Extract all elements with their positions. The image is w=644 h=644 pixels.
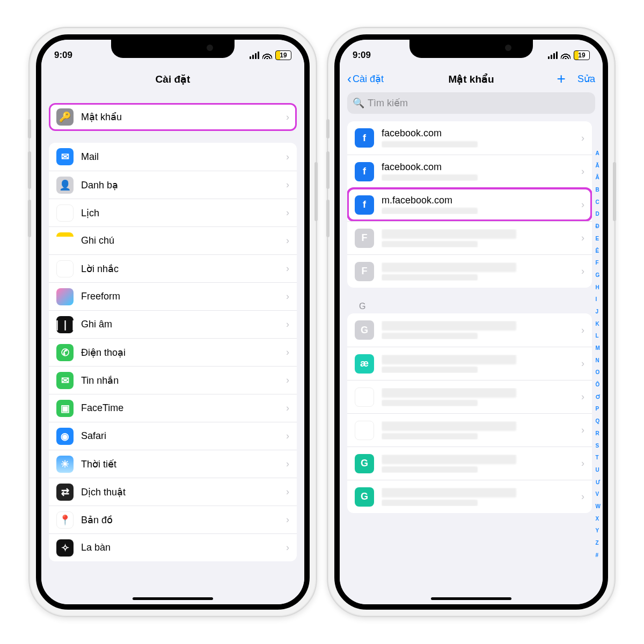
password-row[interactable]: G› bbox=[347, 480, 592, 513]
home-indicator[interactable] bbox=[133, 597, 213, 600]
site-icon: G bbox=[355, 320, 374, 340]
weather-icon: ☀ bbox=[56, 456, 74, 473]
index-letter[interactable]: Đ bbox=[596, 223, 601, 229]
settings-row-contacts[interactable]: 👤Danh bạ› bbox=[49, 171, 297, 199]
settings-row-passwords[interactable]: 🔑Mật khẩu› bbox=[49, 103, 297, 131]
safari-icon: ◉ bbox=[56, 428, 74, 445]
chevron-right-icon: › bbox=[581, 391, 584, 402]
row-label bbox=[382, 321, 574, 339]
site-icon: F bbox=[355, 229, 374, 248]
settings-row-notes[interactable]: Ghi chú› bbox=[49, 226, 297, 254]
row-title-blurred bbox=[382, 421, 516, 431]
section-header-g: G bbox=[347, 299, 592, 313]
alphabet-index[interactable]: AĂÂBCDĐEÊFGHIJKLMNOÔƠPQRSTUƯVWXYZ# bbox=[595, 147, 602, 561]
row-title-blurred bbox=[382, 262, 516, 272]
row-label: Bản đồ bbox=[81, 514, 279, 526]
notch bbox=[111, 39, 235, 58]
settings-row-weather[interactable]: ☀Thời tiết› bbox=[49, 450, 297, 478]
edit-button[interactable]: Sửa bbox=[577, 73, 595, 85]
index-letter[interactable]: G bbox=[596, 272, 601, 278]
index-letter[interactable]: M bbox=[596, 345, 601, 351]
row-subtitle-blurred bbox=[382, 274, 478, 281]
row-label: FaceTime bbox=[81, 402, 279, 414]
password-row[interactable]: G› bbox=[347, 380, 592, 413]
freeform-icon bbox=[56, 288, 74, 305]
back-button[interactable]: ‹ Cài đặt bbox=[347, 72, 384, 85]
index-letter[interactable]: Â bbox=[596, 174, 601, 180]
settings-row-voice-memos[interactable]: ❘❘❘Ghi âm› bbox=[49, 310, 297, 338]
index-letter[interactable]: V bbox=[596, 491, 601, 497]
row-subtitle-blurred bbox=[382, 466, 478, 473]
password-row[interactable]: G› bbox=[347, 313, 592, 347]
index-letter[interactable]: R bbox=[596, 430, 601, 436]
index-letter[interactable]: # bbox=[596, 552, 601, 558]
row-label: Điện thoại bbox=[81, 347, 279, 358]
index-letter[interactable]: P bbox=[596, 406, 601, 412]
index-letter[interactable]: Ă bbox=[596, 163, 601, 169]
row-label bbox=[382, 421, 574, 440]
chevron-right-icon: › bbox=[581, 232, 584, 244]
index-letter[interactable]: F bbox=[596, 260, 601, 266]
index-letter[interactable]: B bbox=[596, 187, 601, 193]
index-letter[interactable]: L bbox=[596, 333, 601, 339]
settings-row-reminders[interactable]: Lời nhắc› bbox=[49, 254, 297, 282]
index-letter[interactable]: Ê bbox=[596, 248, 601, 254]
password-row[interactable]: F› bbox=[347, 254, 592, 288]
password-row[interactable]: G› bbox=[347, 447, 592, 480]
index-letter[interactable]: S bbox=[596, 443, 601, 449]
index-letter[interactable]: O bbox=[596, 369, 601, 375]
index-letter[interactable]: Ư bbox=[596, 479, 601, 485]
password-row[interactable]: fm.facebook.com› bbox=[347, 188, 592, 221]
password-row[interactable]: F› bbox=[347, 221, 592, 254]
index-letter[interactable]: C bbox=[596, 199, 601, 205]
mail-icon: ✉ bbox=[56, 148, 74, 165]
chevron-right-icon: › bbox=[581, 166, 584, 177]
settings-row-safari[interactable]: ◉Safari› bbox=[49, 422, 297, 450]
row-title-blurred bbox=[382, 321, 516, 331]
settings-row-phone[interactable]: ✆Điện thoại› bbox=[49, 338, 297, 366]
index-letter[interactable]: Q bbox=[596, 418, 601, 424]
index-letter[interactable]: T bbox=[596, 455, 601, 460]
index-letter[interactable]: Ô bbox=[596, 382, 601, 387]
password-row[interactable]: ffacebook.com› bbox=[347, 121, 592, 155]
nav-bar: ‹ Cài đặt Mật khẩu + Sửa bbox=[340, 65, 603, 92]
settings-list[interactable]: 🔑Mật khẩu›✉Mail›👤Danh bạ›Lịch›Ghi chú›Lờ… bbox=[41, 92, 304, 604]
settings-row-mail[interactable]: ✉Mail› bbox=[49, 143, 297, 171]
settings-row-maps[interactable]: 📍Bản đồ› bbox=[49, 506, 297, 533]
index-letter[interactable]: Z bbox=[596, 540, 601, 546]
row-label: Freeform bbox=[81, 291, 279, 302]
settings-row-messages[interactable]: ✉Tin nhắn› bbox=[49, 366, 297, 394]
index-letter[interactable]: E bbox=[596, 236, 601, 241]
settings-row-calendar[interactable]: Lịch› bbox=[49, 199, 297, 226]
index-letter[interactable]: H bbox=[596, 284, 601, 290]
password-row[interactable]: æ› bbox=[347, 347, 592, 380]
settings-row-freeform[interactable]: Freeform› bbox=[49, 282, 297, 310]
index-letter[interactable]: U bbox=[596, 467, 601, 473]
cellular-icon bbox=[548, 52, 558, 59]
row-subtitle-blurred bbox=[382, 433, 478, 440]
index-letter[interactable]: X bbox=[596, 516, 601, 522]
row-subtitle-blurred bbox=[382, 174, 478, 181]
password-row[interactable]: ffacebook.com› bbox=[347, 155, 592, 188]
add-button[interactable]: + bbox=[557, 71, 566, 86]
index-letter[interactable]: I bbox=[596, 296, 601, 302]
settings-row-facetime[interactable]: ▣FaceTime› bbox=[49, 394, 297, 422]
index-letter[interactable]: W bbox=[596, 503, 601, 509]
row-label: Mật khẩu bbox=[81, 111, 279, 123]
index-letter[interactable]: A bbox=[596, 150, 601, 156]
row-title-blurred bbox=[382, 488, 516, 497]
row-subtitle-blurred bbox=[382, 208, 478, 214]
settings-row-translate[interactable]: ⇄Dịch thuật› bbox=[49, 478, 297, 506]
index-letter[interactable]: K bbox=[596, 321, 601, 327]
search-input[interactable]: 🔍 Tìm kiếm bbox=[347, 92, 595, 114]
chevron-right-icon: › bbox=[286, 514, 289, 525]
index-letter[interactable]: D bbox=[596, 211, 601, 217]
index-letter[interactable]: Ơ bbox=[596, 394, 601, 400]
password-row[interactable]: G› bbox=[347, 413, 592, 447]
index-letter[interactable]: Y bbox=[596, 528, 601, 533]
settings-row-compass[interactable]: ✧La bàn› bbox=[49, 533, 297, 561]
index-letter[interactable]: N bbox=[596, 357, 601, 363]
chevron-right-icon: › bbox=[581, 425, 584, 436]
home-indicator[interactable] bbox=[431, 597, 511, 600]
index-letter[interactable]: J bbox=[596, 309, 601, 314]
